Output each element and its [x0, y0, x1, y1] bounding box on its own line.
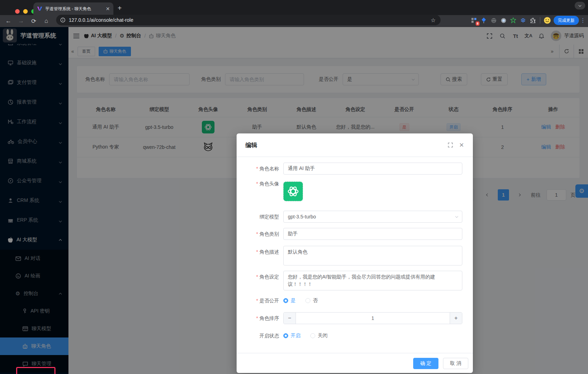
browser-chrome: 芋道管理系统 - 聊天角色 ✕ + ← → ⟳ ⌂ 127.0.0.1/ai/c… — [0, 0, 588, 27]
status-on-radio[interactable]: 开启 — [283, 333, 300, 339]
window-close-button[interactable] — [15, 9, 20, 14]
address-bar[interactable]: 127.0.0.1/ai/console/chat-role ☆ — [56, 15, 441, 25]
avatar-upload[interactable] — [283, 182, 303, 201]
site-info-icon[interactable] — [60, 18, 65, 22]
field-label: 角色类别 — [245, 228, 283, 240]
new-tab-button[interactable]: + — [118, 5, 122, 12]
extension-ball-icon[interactable] — [489, 16, 498, 25]
toolbar-divider — [540, 17, 540, 24]
reload-button[interactable]: ⟳ — [27, 18, 40, 25]
extension-layers-icon[interactable] — [518, 16, 528, 25]
form-row-setting: 角色设定 您好，我是您的AI智能助手，我会尽力回答您的问题或提供有用的建议！！！… — [245, 271, 462, 291]
profile-avatar-icon[interactable] — [542, 16, 552, 25]
extension-circle-icon[interactable] — [498, 16, 508, 25]
field-label: 开启状态 — [245, 330, 283, 342]
radio-label: 开启 — [291, 333, 300, 339]
radio-dot-icon — [310, 333, 315, 338]
home-button[interactable]: ⌂ — [40, 18, 53, 25]
dialog-header: 编辑 ✕ — [237, 133, 473, 157]
sort-stepper: − + — [283, 312, 462, 324]
form-row-description: 角色描述 默认角色 — [245, 246, 462, 267]
role-name-field[interactable] — [283, 163, 462, 175]
openai-logo-icon — [287, 185, 299, 197]
public-yes-radio[interactable]: 是 — [283, 297, 296, 304]
cancel-button[interactable]: 取 消 — [443, 358, 468, 369]
back-button[interactable]: ← — [2, 18, 15, 25]
confirm-button[interactable]: 确 定 — [413, 358, 438, 369]
browser-toolbar: ← → ⟳ ⌂ 127.0.0.1/ai/console/chat-role ☆… — [0, 15, 588, 27]
radio-dot-icon — [283, 333, 288, 338]
status-off-radio[interactable]: 关闭 — [310, 333, 328, 339]
field-label: 是否公开 — [245, 295, 283, 307]
radio-label: 关闭 — [318, 333, 328, 339]
bookmark-star-icon[interactable]: ☆ — [431, 17, 436, 24]
extension-kite-icon[interactable] — [479, 16, 489, 25]
radio-label: 否 — [313, 297, 318, 304]
form-row-model: 绑定模型 gpt-3.5-turbo — [245, 211, 462, 223]
favicon-icon — [37, 6, 42, 12]
update-chrome-label: 完成更新 — [558, 18, 575, 24]
dialog-fullscreen-icon[interactable] — [448, 143, 453, 147]
browser-tab-strip: 芋道管理系统 - 聊天角色 ✕ + — [0, 0, 588, 15]
edit-dialog: 编辑 ✕ 角色名称 角色头像 绑定模型 gpt-3.5-turbo 角色类别 角… — [237, 133, 473, 373]
increase-button[interactable]: + — [450, 313, 462, 324]
url-text[interactable]: 127.0.0.1/ai/console/chat-role — [69, 17, 133, 23]
form-row-sort: 角色排序 − + — [245, 312, 462, 324]
form-row-name: 角色名称 — [245, 163, 462, 175]
chevron-down-icon — [455, 215, 458, 217]
public-no-radio[interactable]: 否 — [305, 297, 318, 304]
field-label: 角色头像 — [245, 178, 283, 201]
dialog-title: 编辑 — [245, 141, 442, 149]
form-row-category: 角色类别 — [245, 228, 462, 240]
field-label: 角色排序 — [245, 312, 283, 324]
field-label: 角色设定 — [245, 271, 283, 291]
browser-tab[interactable]: 芋道管理系统 - 聊天角色 ✕ — [33, 2, 113, 15]
extensions-puzzle-icon[interactable] — [528, 16, 538, 25]
form-row-status: 开启状态 开启 关闭 — [245, 330, 462, 342]
role-description-field[interactable]: 默认角色 — [283, 246, 462, 265]
update-chrome-button[interactable]: 完成更新 — [554, 16, 579, 25]
tab-title: 芋道管理系统 - 聊天角色 — [45, 6, 106, 12]
decrease-button[interactable]: − — [284, 313, 296, 324]
radio-dot-icon — [283, 298, 288, 303]
tab-close-icon[interactable]: ✕ — [106, 6, 110, 12]
browser-menu-icon[interactable]: ⋮ — [580, 17, 585, 24]
form-row-avatar: 角色头像 — [245, 178, 462, 201]
sort-value-input[interactable] — [296, 313, 450, 324]
extension-star-icon[interactable] — [508, 16, 518, 25]
field-label: 绑定模型 — [245, 211, 283, 223]
extension-grid-icon[interactable]: 8 — [469, 16, 479, 25]
field-label: 角色描述 — [245, 246, 283, 267]
role-setting-field[interactable]: 您好，我是您的AI智能助手，我会尽力回答您的问题或提供有用的建议！！！！ — [283, 271, 462, 290]
forward-button[interactable]: → — [15, 18, 27, 25]
annotation-highlight-box — [16, 367, 55, 374]
bind-model-select[interactable]: gpt-3.5-turbo — [283, 211, 462, 223]
dialog-close-icon[interactable]: ✕ — [459, 142, 464, 149]
form-row-public: 是否公开 是 否 — [245, 295, 462, 307]
field-label: 角色名称 — [245, 163, 283, 175]
radio-label: 是 — [291, 297, 296, 304]
radio-dot-icon — [305, 298, 310, 303]
role-category-field[interactable] — [283, 228, 462, 240]
bind-model-value: gpt-3.5-turbo — [288, 214, 316, 219]
window-minimize-button[interactable] — [23, 9, 28, 14]
tab-search-chevron[interactable] — [575, 2, 585, 9]
dialog-footer: 确 定 取 消 — [237, 353, 473, 373]
